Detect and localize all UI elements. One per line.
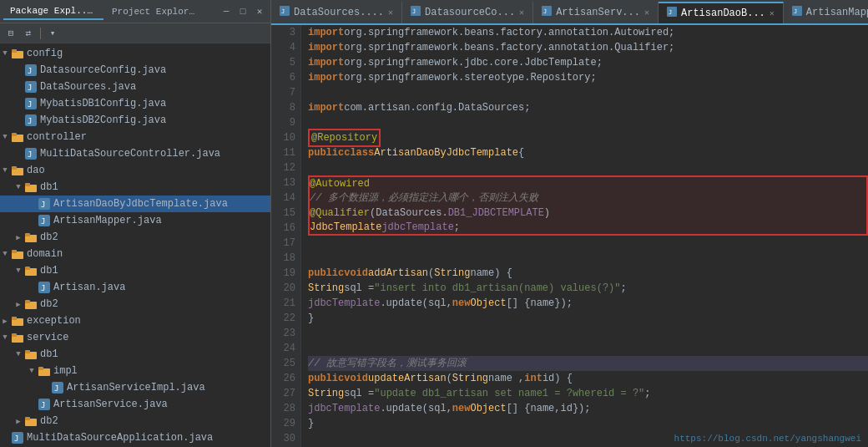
- code-line: import org.springframework.beans.factory…: [308, 25, 868, 40]
- code-token: (DataSources.: [370, 206, 448, 221]
- code-token: class: [344, 145, 374, 160]
- tree-arrow-icon: [40, 383, 50, 393]
- tree-item-label: DatasourceConfig.java: [40, 64, 166, 76]
- tree-item-label: db2: [40, 231, 58, 243]
- editor-tab-close[interactable]: ✕: [644, 8, 649, 18]
- code-token: id = ?": [603, 386, 644, 401]
- tree-item[interactable]: JMultiDataSourceApplication.java: [0, 429, 270, 446]
- code-token: void: [344, 266, 368, 281]
- code-line: JdbcTemplate jdbcTemplate;: [308, 221, 868, 236]
- tree-node-icon: [24, 297, 38, 311]
- tree-arrow-icon: [0, 433, 10, 443]
- editor-tab-3[interactable]: JArtisanDaoB...✕: [659, 2, 784, 23]
- editor-tab-close[interactable]: ✕: [519, 8, 524, 18]
- editor-tab-1[interactable]: JDatasourceCo...✕: [402, 2, 533, 23]
- code-token: ;: [590, 70, 596, 85]
- svg-text:J: J: [28, 117, 32, 125]
- close-panel-btn[interactable]: ✕: [252, 4, 267, 19]
- tree-node-icon: [24, 231, 38, 244]
- tree-item[interactable]: JArtisanMapper.java: [0, 212, 270, 229]
- tree-node-icon: [24, 414, 38, 428]
- tree-item[interactable]: JArtisanDaoByJdbcTemplate.java: [0, 196, 270, 212]
- tree-item[interactable]: JDataSources.java: [0, 79, 270, 95]
- code-token: Object: [470, 401, 506, 416]
- editor-tab-close[interactable]: ✕: [770, 8, 775, 18]
- tree-item[interactable]: ▼config: [0, 45, 270, 62]
- editor-tab-0[interactable]: JDataSources....✕: [271, 2, 402, 23]
- code-token: // 多个数据源，必须指定注入哪个，否则注入失败: [310, 190, 538, 206]
- line-number: 5: [271, 55, 295, 70]
- line-number: 16: [271, 221, 295, 236]
- svg-rect-31: [25, 300, 30, 303]
- tab-project-explorer[interactable]: Project Explorer: [105, 4, 205, 19]
- tree-item[interactable]: ▶exception: [0, 312, 270, 329]
- svg-rect-35: [12, 333, 17, 337]
- tree-item[interactable]: JMybatisDB1Config.java: [0, 95, 270, 112]
- tree-item[interactable]: ▶db2: [0, 229, 270, 246]
- java-file-icon: J: [792, 6, 802, 19]
- line-number: 17: [271, 236, 295, 251]
- code-token: "update db1_artisan set name1 = ?: [374, 386, 573, 401]
- line-number: 10: [271, 130, 295, 145]
- code-token: }: [308, 311, 314, 326]
- code-token: import: [308, 25, 344, 40]
- editor-tab-4[interactable]: JArtisanMappe...✕: [784, 2, 868, 23]
- tree-item[interactable]: JArtisan.java: [0, 279, 270, 296]
- svg-text:J: J: [543, 8, 547, 15]
- tree-item[interactable]: ▼service: [0, 329, 270, 346]
- tab-close-package[interactable]: ✕: [102, 7, 103, 16]
- code-token: name ,: [488, 371, 524, 386]
- code-token: "insert into db1_artisan(name) values(?)…: [374, 281, 620, 296]
- tree-item[interactable]: ▼db1: [0, 346, 270, 363]
- tree-item[interactable]: JArtisanService.java: [0, 396, 270, 413]
- collapse-all-btn[interactable]: ⊟: [3, 26, 18, 41]
- tree-arrow-icon: ▼: [0, 333, 10, 343]
- left-panel: Package Expl... ✕ Project Explorer ─ □ ✕…: [0, 0, 271, 447]
- line-number: 8: [271, 100, 295, 115]
- tab-package-explorer[interactable]: Package Expl... ✕: [3, 3, 103, 20]
- tree-item[interactable]: ▼dao: [0, 162, 270, 179]
- line-number: 22: [271, 311, 295, 326]
- code-line: @Repository: [308, 130, 868, 145]
- tree-item[interactable]: ▶db2: [0, 413, 270, 429]
- code-line: public void addArtisan(String name) {: [308, 266, 868, 281]
- code-token: ): [544, 206, 550, 221]
- code-token: .update(sql,: [380, 401, 452, 416]
- tree-arrow-icon: [13, 99, 23, 109]
- tree-node-icon: J: [51, 381, 64, 394]
- tree-item[interactable]: ▶db2: [0, 296, 270, 312]
- code-line: import org.springframework.beans.factory…: [308, 40, 868, 55]
- tree-item[interactable]: JArtisanServiceImpl.java: [0, 379, 270, 396]
- menu-btn[interactable]: ▾: [45, 26, 60, 41]
- link-editor-btn[interactable]: ⇄: [21, 26, 36, 41]
- tree-item[interactable]: ▼domain: [0, 246, 270, 262]
- code-token: jdbcTemplate: [381, 220, 453, 235]
- tree-item[interactable]: ▼db1: [0, 262, 270, 279]
- code-content[interactable]: import org.springframework.beans.factory…: [301, 25, 868, 447]
- code-token: name) {: [470, 266, 512, 281]
- tree-item[interactable]: JDatasourceConfig.java: [0, 62, 270, 79]
- tree-item[interactable]: JMybatisDB2Config.java: [0, 112, 270, 129]
- code-token: org.springframework.beans.factory.annota…: [344, 40, 669, 55]
- svg-text:J: J: [41, 201, 45, 209]
- tree-node-icon: [11, 130, 24, 144]
- svg-rect-25: [12, 250, 17, 253]
- svg-text:J: J: [412, 8, 416, 15]
- tree-arrow-icon: ▶: [13, 299, 23, 309]
- svg-text:J: J: [28, 150, 32, 159]
- tree-item[interactable]: ▼controller: [0, 129, 270, 145]
- tree-item[interactable]: JMultiDataSourceController.java: [0, 145, 270, 162]
- tree-item[interactable]: ▼db1: [0, 179, 270, 196]
- maximize-btn[interactable]: □: [235, 4, 250, 19]
- editor-tab-2[interactable]: JArtisanServ...✕: [533, 2, 659, 23]
- editor-tab-close[interactable]: ✕: [388, 8, 393, 18]
- code-line: import org.springframework.jdbc.core.Jdb…: [308, 55, 868, 70]
- tree-item[interactable]: ▼impl: [0, 363, 270, 379]
- minimize-btn[interactable]: ─: [219, 4, 234, 19]
- tree-arrow-icon: ▶: [13, 232, 23, 242]
- line-number: 26: [271, 371, 295, 386]
- tree-node-icon: J: [38, 281, 51, 294]
- code-line: [308, 326, 868, 341]
- code-token: DB1_JDBCTEMPLATE: [448, 206, 544, 221]
- code-line: @Qualifier(DataSources.DB1_JDBCTEMPLATE): [308, 206, 868, 221]
